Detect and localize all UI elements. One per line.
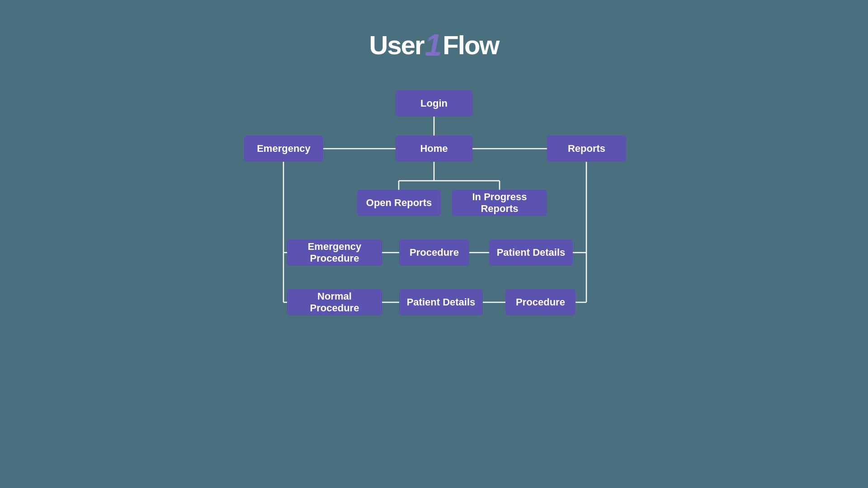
open-reports-node[interactable]: Open Reports [357,190,441,216]
normal-procedure-node[interactable]: Normal Procedure [287,289,382,315]
normal-procedure-label: Normal Procedure [294,291,375,314]
procedure-2-node[interactable]: Procedure [505,289,576,315]
reports-node[interactable]: Reports [547,136,626,162]
patient-details-1-node[interactable]: Patient Details [489,239,573,266]
login-label: Login [420,98,448,109]
procedure-1-label: Procedure [410,247,459,258]
logo-user: User [369,30,424,60]
patient-details-1-label: Patient Details [497,247,566,258]
logo-flow: Flow [443,30,499,60]
login-node[interactable]: Login [396,90,472,117]
emergency-procedure-node[interactable]: Emergency Procedure [287,239,382,266]
home-node[interactable]: Home [396,136,472,162]
procedure-2-label: Procedure [516,296,565,308]
home-label: Home [420,143,448,155]
in-progress-reports-label: In Progress Reports [459,191,540,215]
reports-label: Reports [568,143,605,155]
emergency-procedure-label: Emergency Procedure [294,241,375,264]
open-reports-label: Open Reports [366,197,432,209]
logo-number: 1 [425,27,442,62]
emergency-node[interactable]: Emergency [244,136,323,162]
logo: User 1 Flow [369,27,499,62]
patient-details-2-node[interactable]: Patient Details [399,289,483,315]
procedure-1-node[interactable]: Procedure [399,239,469,266]
in-progress-reports-node[interactable]: In Progress Reports [452,190,547,216]
flowchart: Login Emergency Home Reports Open Report… [231,90,637,325]
emergency-label: Emergency [257,143,311,155]
patient-details-2-label: Patient Details [407,296,476,308]
